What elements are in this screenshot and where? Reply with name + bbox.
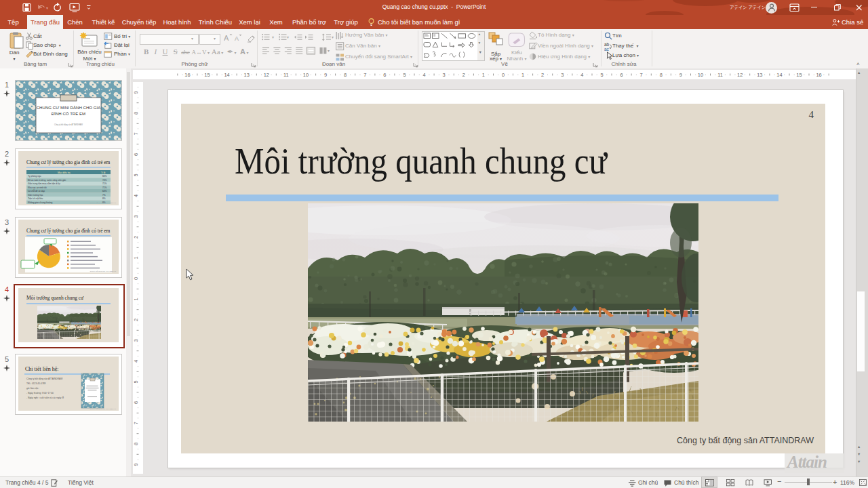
svg-text:3: 3 [561, 72, 564, 78]
svg-text:14: 14 [224, 72, 229, 78]
svg-text:8: 8 [133, 443, 139, 445]
svg-text:71%: 71% [102, 182, 107, 185]
svg-text:4: 4 [423, 72, 426, 78]
svg-text:71%: 71% [102, 186, 107, 189]
svg-text:ĐÌNH CÓ TRẺ EM: ĐÌNH CÓ TRẺ EM [52, 111, 85, 116]
svg-text:74%: 74% [102, 179, 107, 182]
svg-text:Không gian chung thoáng: Không gian chung thoáng [28, 201, 53, 204]
svg-text:7: 7 [363, 72, 366, 78]
svg-text:Gần trường học: Gần trường học [28, 194, 43, 197]
svg-text:15: 15 [204, 72, 210, 78]
svg-text:2: 2 [133, 319, 139, 321]
svg-text:6: 6 [383, 72, 386, 78]
svg-text:Công ty bất động sản ATTAINDRA: Công ty bất động sản ATTAINDRAW [90, 270, 116, 272]
svg-text:2: 2 [133, 236, 139, 239]
svg-text:12: 12 [737, 72, 743, 78]
svg-text:0: 0 [502, 72, 505, 78]
svg-text:Công ty bất động sản ATTAINDRA: Công ty bất động sản ATTAINDRAW [90, 202, 116, 204]
svg-text:13: 13 [244, 72, 250, 78]
svg-text:Đồ an toàn trường, vườn công v: Đồ an toàn trường, vườn công viên gần [28, 179, 66, 182]
svg-text:4: 4 [133, 360, 139, 363]
svg-text:4: 4 [133, 195, 139, 197]
svg-text:84%: 84% [102, 175, 107, 178]
svg-text:9: 9 [133, 91, 139, 94]
svg-text:7: 7 [133, 132, 139, 135]
svg-text:8: 8 [133, 112, 139, 115]
svg-text:Chi tiết liên hệ:: Chi tiết liên hệ: [25, 366, 59, 372]
svg-text:5: 5 [403, 72, 406, 78]
svg-text:6: 6 [133, 153, 139, 156]
svg-text:5: 5 [133, 174, 139, 176]
svg-text:Tỉ lệ: Tỉ lệ [101, 171, 106, 174]
svg-text:11: 11 [717, 72, 723, 78]
svg-text:8: 8 [344, 72, 347, 78]
svg-text:8: 8 [660, 72, 663, 78]
svg-text:8%: 8% [102, 197, 106, 200]
svg-text:Công ty bất động sản ATTAINDRA: Công ty bất động sản ATTAINDRAW [26, 378, 63, 380]
svg-text:3: 3 [133, 339, 139, 342]
svg-text:0: 0 [133, 277, 139, 280]
svg-text:Công ty bất động sản ATTAINDRA: Công ty bất động sản ATTAINDRAW [54, 123, 83, 126]
svg-text:4: 4 [580, 72, 583, 78]
svg-text:16: 16 [816, 72, 821, 78]
svg-text:6: 6 [620, 72, 623, 78]
svg-text:A: A [224, 34, 229, 42]
svg-text:13: 13 [757, 72, 762, 78]
svg-text:- Ngày thường: 8:00~17:00: - Ngày thường: 8:00~17:00 [26, 392, 54, 394]
svg-text:7: 7 [640, 72, 643, 78]
svg-text:ab: ab [604, 42, 610, 47]
svg-text:16: 16 [184, 72, 190, 78]
svg-text:12: 12 [264, 72, 269, 78]
svg-text:6: 6 [133, 401, 139, 404]
svg-text:9: 9 [679, 72, 682, 78]
svg-text:11: 11 [283, 72, 289, 78]
svg-text:10: 10 [303, 72, 309, 78]
svg-text:Gần trung tâm mua sắm tiện đi: Gần trung tâm mua sắm tiện đi lại [28, 182, 60, 185]
svg-text:5: 5 [133, 380, 139, 383]
svg-text:64%: 64% [102, 190, 107, 192]
svg-text:Công ty bất động sản ATTAINDRA: Công ty bất động sản ATTAINDRAW [90, 408, 116, 410]
svg-text:1: 1 [521, 72, 524, 78]
svg-text:15: 15 [796, 72, 802, 78]
svg-text:9: 9 [324, 72, 327, 78]
svg-text:1: 1 [133, 256, 139, 259]
svg-text:- Ngày nghỉ : cuối tuần và các: - Ngày nghỉ : cuối tuần và các ngày lễ [26, 396, 64, 399]
svg-text:TEL: 0123-45-6789: TEL: 0123-45-6789 [26, 382, 46, 385]
svg-text:giờ làm việc:: giờ làm việc: [26, 387, 39, 390]
svg-text:7: 7 [133, 422, 139, 424]
svg-text:A: A [235, 35, 239, 42]
svg-text:2: 2 [541, 72, 544, 78]
svg-text:Mục điều tra: Mục điều tra [58, 171, 71, 174]
svg-text:Chung cư lý tưởng cho gia đình: Chung cư lý tưởng cho gia đình có trẻ em [26, 159, 111, 165]
svg-text:5: 5 [600, 72, 603, 78]
svg-text:9: 9 [133, 463, 139, 466]
svg-text:1: 1 [482, 72, 485, 78]
svg-text:3: 3 [443, 72, 446, 78]
svg-text:Chung cư lý tưởng cho gia đình: Chung cư lý tưởng cho gia đình có trẻ em [26, 228, 111, 234]
svg-text:CHUNG CƯ MINI DÀNH CHO GIA: CHUNG CƯ MINI DÀNH CHO GIA [37, 105, 102, 110]
svg-text:Khu vực an ninh tốt: Khu vực an ninh tốt [28, 186, 47, 189]
svg-text:7%: 7% [102, 194, 106, 197]
svg-text:3: 3 [133, 215, 139, 218]
svg-text:2: 2 [462, 72, 465, 78]
svg-text:Tỷ phòng ngủ: Tỷ phòng ngủ [28, 175, 41, 178]
svg-text:Môi trường quanh chung cư: Môi trường quanh chung cư [26, 295, 84, 301]
svg-text:ac: ac [604, 47, 610, 51]
svg-text:14: 14 [776, 72, 782, 78]
svg-text:10: 10 [698, 72, 703, 78]
svg-text:Có chỗ để xe đạp: Có chỗ để xe đạp [28, 189, 45, 192]
svg-text:1: 1 [133, 298, 139, 300]
svg-text:Tiện ích nội khu: Tiện ích nội khu [28, 197, 43, 200]
